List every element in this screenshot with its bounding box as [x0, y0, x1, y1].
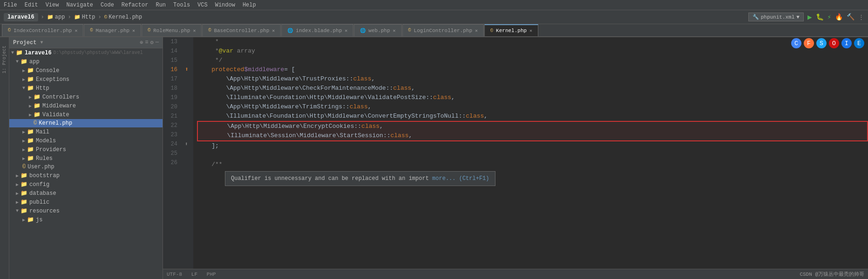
- tab-logincontroller[interactable]: © LoginController.php ✕: [402, 24, 484, 36]
- tab-indexcontroller[interactable]: © IndexController.php ✕: [2, 24, 83, 36]
- tab-rolemenu[interactable]: © RoleMenu.php ✕: [142, 24, 202, 36]
- tab-icon-web: 🌐: [360, 28, 366, 33]
- tab-icon-manager: ©: [90, 28, 93, 33]
- tree-header-arrow: ▼: [40, 40, 43, 45]
- menu-run[interactable]: Run: [156, 2, 166, 8]
- tab-manager[interactable]: © Manager.php ✕: [84, 24, 141, 36]
- browser-firefox-icon[interactable]: F: [804, 38, 814, 48]
- tree-item-public[interactable]: ▶ 📁 public: [9, 198, 163, 206]
- tree-item-user-php[interactable]: © User.php: [9, 163, 163, 171]
- debug-button[interactable]: 🐛: [816, 13, 824, 21]
- browser-opera-icon[interactable]: O: [829, 38, 839, 48]
- tree-item-resources[interactable]: ▼ 📁 resources: [9, 206, 163, 215]
- breadcrumb-app[interactable]: 📁 app: [47, 14, 65, 20]
- tree-settings-btn[interactable]: ⚙: [150, 39, 154, 46]
- more-tools-button[interactable]: ⋮: [858, 13, 864, 21]
- folder-icon-js: 📁: [27, 216, 34, 223]
- tree-item-http[interactable]: ▼ 📁 Http: [9, 84, 163, 93]
- tree-item-middleware[interactable]: ▶ 📁 Middleware: [9, 101, 163, 110]
- close-tab-manager[interactable]: ✕: [132, 28, 135, 33]
- menu-view[interactable]: View: [46, 2, 59, 8]
- close-tab-kernel[interactable]: ✕: [529, 28, 532, 33]
- menu-tools[interactable]: Tools: [173, 2, 190, 8]
- arrow-icon-providers: ▶: [22, 147, 25, 153]
- tree-item-config[interactable]: ▶ 📁 config: [9, 180, 163, 189]
- tree-item-mail[interactable]: ▶ 📁 Mail: [9, 127, 163, 136]
- menu-file[interactable]: File: [4, 2, 17, 8]
- menu-code[interactable]: Code: [101, 2, 114, 8]
- arrow-icon-controllers: ▶: [29, 94, 32, 100]
- tree-label-bootstrap: bootstrap: [29, 173, 60, 179]
- tab-icon-index-blade: 🌐: [287, 28, 293, 33]
- menu-refactor[interactable]: Refactor: [122, 2, 149, 8]
- tree-minimize-btn[interactable]: —: [156, 39, 159, 46]
- arrow-icon-js: ▶: [22, 217, 25, 223]
- tree-label-public: public: [29, 199, 49, 206]
- close-tab-index-blade[interactable]: ✕: [345, 28, 347, 33]
- menu-help[interactable]: Help: [243, 2, 256, 8]
- close-tab-basecontroller[interactable]: ✕: [272, 28, 275, 33]
- run-config-dropdown[interactable]: 🔧 phpunit.xml ▼: [748, 13, 804, 21]
- code-content[interactable]: * * @var array */ protected $middleware: [193, 37, 868, 279]
- tree-item-console[interactable]: ▶ 📁 Console: [9, 66, 163, 75]
- tree-item-js[interactable]: ▶ 📁 js: [9, 215, 163, 224]
- close-tab-rolemenu[interactable]: ✕: [193, 28, 196, 33]
- side-panel-label: 1: Project: [2, 46, 7, 73]
- close-tab-web[interactable]: ✕: [393, 28, 396, 33]
- browser-edge-icon[interactable]: E: [854, 38, 864, 48]
- tree-sync-btn[interactable]: ⊕: [140, 39, 143, 46]
- tree-item-controllers[interactable]: ▶ 📁 Controllers: [9, 93, 163, 101]
- tree-item-models[interactable]: ▶ 📁 Models: [9, 136, 163, 145]
- breadcrumb-http[interactable]: 📁 Http: [74, 14, 95, 20]
- tab-web[interactable]: 🌐 web.php ✕: [354, 24, 401, 36]
- tree-item-laravel6[interactable]: ▼ 📁 laravel6 D:\phpstudy\phpstudy\WWW\la…: [9, 48, 163, 57]
- browser-chrome-icon[interactable]: C: [791, 38, 801, 48]
- browser-ie-icon[interactable]: I: [841, 38, 852, 48]
- tree-collapse-btn[interactable]: ≡: [145, 39, 148, 46]
- tree-label-controllers: Controllers: [42, 94, 79, 100]
- project-name: laravel6: [4, 13, 38, 21]
- tooltip-more-link[interactable]: more... (Ctrl+F1): [432, 175, 489, 182]
- php-icon-kernel: ©: [104, 14, 108, 20]
- tree-label-js: js: [36, 217, 42, 223]
- coverage-button[interactable]: ⚡: [827, 13, 831, 21]
- tab-kernel[interactable]: © Kernel.php ✕: [484, 24, 538, 36]
- line-num-14: 14: [163, 46, 180, 56]
- line-num-18: 18: [163, 84, 180, 93]
- folder-icon-config: 📁: [20, 181, 27, 188]
- line-num-16: 16: [163, 65, 180, 74]
- tree-item-database[interactable]: ▶ 📁 database: [9, 189, 163, 198]
- tab-basecontroller[interactable]: © BaseController.php ✕: [202, 24, 281, 36]
- tree-item-providers[interactable]: ▶ 📁 Providers: [9, 145, 163, 154]
- tree-item-validate[interactable]: ▶ 📁 Validate: [9, 110, 163, 119]
- tree-label-mail: Mail: [36, 129, 49, 135]
- arrow-icon-mail: ▶: [22, 129, 25, 135]
- tree-item-exceptions[interactable]: ▶ 📁 Exceptions: [9, 75, 163, 84]
- breadcrumb-sep1: ›: [41, 14, 44, 20]
- close-tab-logincontroller[interactable]: ✕: [475, 28, 478, 33]
- menu-navigate[interactable]: Navigate: [66, 2, 93, 8]
- menu-vcs[interactable]: VCS: [197, 2, 208, 8]
- tab-index-blade[interactable]: 🌐 index.blade.php ✕: [281, 24, 353, 36]
- tree-label-exceptions: Exceptions: [36, 76, 69, 83]
- breadcrumb-sep3: ›: [98, 14, 101, 20]
- folder-icon-app: 📁: [20, 58, 27, 65]
- gutter-marker-24: ⬆: [185, 140, 188, 149]
- tree-item-app[interactable]: ▼ 📁 app: [9, 57, 163, 66]
- tree-label-rules: Rules: [36, 155, 53, 162]
- tree-item-rules[interactable]: ▶ 📁 Rules: [9, 154, 163, 163]
- build-button[interactable]: 🔨: [847, 13, 854, 21]
- close-tab-indexcontroller[interactable]: ✕: [75, 28, 77, 33]
- status-bar: UTF-8 LF PHP CSDN @万猿丛中最秃的帅哥: [163, 269, 868, 279]
- breadcrumb-kernel[interactable]: © Kernel.php: [104, 14, 142, 20]
- code-line-19: \Illuminate\Foundation\Http\Middleware\V…: [197, 93, 868, 102]
- tree-label-database: database: [29, 190, 56, 197]
- menu-window[interactable]: Window: [215, 2, 235, 8]
- tree-item-bootstrap[interactable]: ▶ 📁 bootstrap: [9, 171, 163, 180]
- run-button[interactable]: ▶: [807, 13, 812, 22]
- menu-edit[interactable]: Edit: [25, 2, 38, 8]
- line-num-21: 21: [163, 112, 180, 121]
- tree-item-kernel-php[interactable]: © Kernel.php: [9, 119, 163, 127]
- profile-button[interactable]: 🔥: [835, 13, 843, 21]
- browser-safari-icon[interactable]: S: [816, 38, 827, 48]
